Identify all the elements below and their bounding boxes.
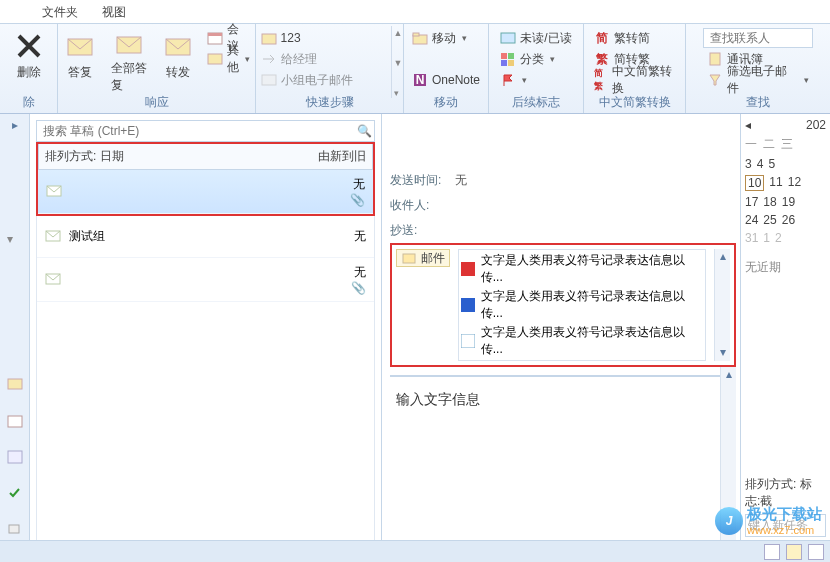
message-item[interactable]: 无📎 [37, 258, 374, 302]
cal-today[interactable]: 10 [745, 175, 764, 191]
nav-dropdown-icon[interactable]: ▾ [7, 232, 23, 248]
chinese-convert-button[interactable]: 简繁中文简繁转换 [590, 70, 679, 90]
svg-rect-4 [208, 33, 222, 36]
move-button[interactable]: 移动▾ [408, 28, 484, 48]
flag-icon [500, 72, 516, 88]
move-folder-icon [261, 30, 277, 46]
quick-team-email[interactable]: 小组电子邮件 [257, 70, 387, 90]
delete-button[interactable]: 删除 [7, 26, 51, 98]
group-followup-label: 后续标志 [489, 94, 583, 111]
item-right: 无 [354, 228, 366, 245]
attachment-item[interactable]: 文字是人类用表义符号记录表达信息以传... [461, 324, 703, 358]
mail-tab-button[interactable]: 邮件 [396, 249, 450, 267]
folder-icon [412, 30, 428, 46]
attachment-item[interactable]: 文字是人类用表义符号记录表达信息以传... [461, 288, 703, 322]
sort-by-label[interactable]: 排列方式: 日期 [45, 148, 124, 165]
no-appointments: 无近期 [745, 259, 826, 276]
category-icon [500, 51, 516, 67]
draft-mail-icon [45, 273, 63, 287]
group-convert-label: 中文简繁转换 [584, 94, 685, 111]
watermark: J 极光下载站www.xz7.com [715, 505, 822, 536]
text-icon [461, 334, 475, 348]
filter-email-button[interactable]: 筛选电子邮件▾ [703, 70, 813, 90]
quick-up[interactable]: ▲ [394, 28, 403, 38]
book-icon [707, 51, 723, 67]
draft-mail-icon [45, 230, 63, 244]
mail-icon [261, 72, 277, 88]
envelope-icon [401, 250, 417, 266]
tasks-nav-icon[interactable] [7, 486, 23, 502]
sort-order-label[interactable]: 由新到旧 [318, 148, 366, 165]
trad-to-simp-button[interactable]: 简繁转简 [590, 28, 679, 48]
to-label: 收件人: [390, 197, 429, 214]
word-icon [461, 298, 475, 312]
find-contact-input[interactable] [704, 31, 830, 45]
group-move-label: 移动 [404, 94, 488, 111]
tab-folder[interactable]: 文件夹 [30, 0, 90, 23]
more-nav-icon[interactable] [7, 522, 23, 538]
onenote-icon: N [412, 72, 428, 88]
contacts-nav-icon[interactable] [7, 450, 23, 466]
svg-rect-15 [501, 60, 507, 66]
svg-rect-21 [9, 525, 19, 533]
message-item[interactable]: 无📎 [38, 170, 373, 214]
calendar-icon [207, 30, 223, 46]
unread-button[interactable]: 未读/已读 [496, 28, 575, 48]
forward-arrow-icon [261, 51, 277, 67]
onenote-button[interactable]: NOneNote [408, 70, 484, 90]
attachment-icon: 📎 [351, 281, 366, 295]
cal-prev[interactable]: ◂ [745, 118, 751, 132]
quick-down[interactable]: ▼ [394, 58, 403, 68]
mail-nav-icon[interactable] [7, 378, 23, 394]
send-time-value: 无 [455, 172, 467, 189]
svg-rect-19 [8, 416, 22, 427]
search-icon[interactable]: 🔍 [354, 124, 374, 138]
quick-123[interactable]: 123 [257, 28, 387, 48]
categorize-button[interactable]: 分类▾ [496, 49, 575, 69]
watermark-logo-icon: J [715, 507, 743, 535]
expand-nav-button[interactable]: ▸ [12, 118, 18, 132]
flag-button[interactable]: ▾ [496, 70, 575, 90]
calendar-nav-icon[interactable] [7, 414, 23, 430]
view-single-icon[interactable] [808, 544, 824, 560]
group-quick-label: 快速步骤 [256, 94, 403, 111]
view-reading-icon[interactable] [786, 544, 802, 560]
attachment-scrollbar[interactable]: ▴▾ [714, 249, 730, 361]
reply-icon [64, 30, 96, 62]
tab-view[interactable]: 视图 [90, 0, 138, 23]
nav-left-bar: ▸ ▾ [0, 114, 30, 562]
envelope-icon [500, 30, 516, 46]
reply-button[interactable]: 答复 [59, 26, 101, 98]
other-button[interactable]: 其他▾ [203, 49, 254, 69]
attachment-item[interactable]: 文字是人类用表义符号记录表达信息以传... [461, 252, 703, 286]
draft-mail-icon [46, 185, 64, 199]
ribbon: 删除 除 答复 全部答复 转发 会议 其他▾ 响应 123 给经理 小组电子邮件… [0, 24, 830, 114]
reply-all-icon [113, 30, 145, 58]
attachment-icon: 📎 [350, 193, 365, 207]
chinese-convert-icon: 简繁 [594, 72, 608, 88]
delete-icon [13, 30, 45, 62]
svg-rect-18 [8, 379, 22, 389]
search-input[interactable] [37, 124, 354, 138]
todo-bar: ◂202 一二三 345 101112 171819 242526 3112 无… [740, 114, 830, 562]
chinese-simp-icon: 简 [594, 30, 610, 46]
svg-rect-20 [8, 451, 22, 463]
forward-button[interactable]: 转发 [157, 26, 199, 98]
item-right: 无 [350, 176, 365, 193]
svg-rect-28 [461, 334, 475, 348]
message-item[interactable]: 测试组 无 [37, 216, 374, 258]
view-normal-icon[interactable] [764, 544, 780, 560]
item-right: 无 [351, 264, 366, 281]
svg-rect-9 [413, 33, 419, 36]
reply-all-button[interactable]: 全部答复 [105, 26, 153, 98]
svg-rect-27 [461, 298, 475, 312]
svg-rect-6 [262, 34, 276, 44]
svg-rect-5 [208, 54, 222, 64]
svg-rect-25 [403, 254, 415, 263]
group-respond-label: 响应 [58, 94, 255, 111]
message-list-pane: 🔍 排列方式: 日期 由新到旧 无📎 测试组 无 无📎 [30, 114, 382, 562]
svg-rect-7 [262, 75, 276, 85]
svg-rect-13 [501, 53, 507, 59]
quick-manager[interactable]: 给经理 [257, 49, 387, 69]
attachment-area: 邮件 文字是人类用表义符号记录表达信息以传... 文字是人类用表义符号记录表达信… [390, 243, 736, 367]
